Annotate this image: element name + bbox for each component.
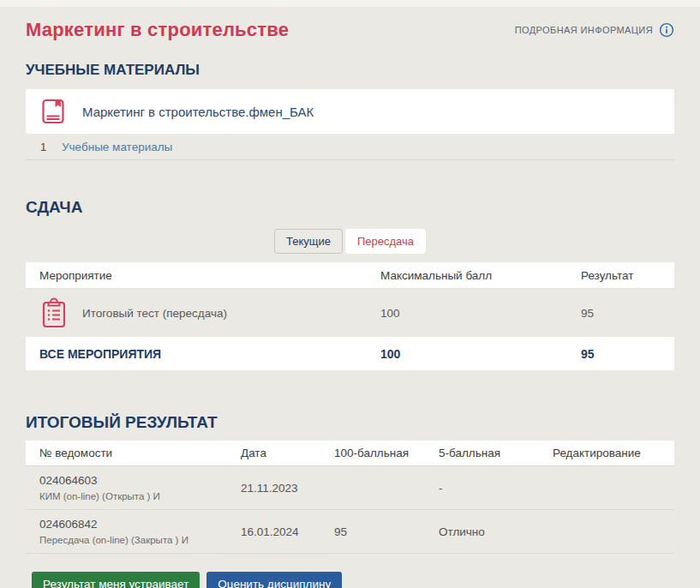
sheet-date: 21.11.2023	[227, 482, 320, 495]
page-title: Маркетинг в строительстве	[26, 19, 289, 41]
final-table-header: № ведомости Дата 100-балльная 5-балльная…	[26, 441, 674, 465]
sheet-number: 024064603	[39, 474, 227, 487]
col-scale-5: 5-балльная	[425, 447, 539, 459]
event-max-score: 100	[367, 307, 567, 320]
rate-discipline-button[interactable]: Оценить дисциплину	[206, 572, 342, 588]
top-strip	[0, 0, 700, 7]
material-title[interactable]: Маркетинг в строительстве.фмен_БАК	[82, 105, 314, 119]
detailed-info-link[interactable]: ПОДРОБНАЯ ИНФОРМАЦИЯ	[515, 22, 674, 38]
info-icon[interactable]	[659, 22, 674, 38]
detailed-info-label: ПОДРОБНАЯ ИНФОРМАЦИЯ	[515, 25, 653, 35]
sheet-number: 024606842	[39, 518, 227, 531]
submission-tabs: Текущие Пересдача	[26, 229, 674, 254]
sheet-type: Пересдача (on-line) (Закрыта ) И	[39, 535, 227, 545]
total-result: 95	[567, 347, 674, 361]
final-row: 024064603 КИМ (on-line) (Открыта ) И 21.…	[26, 465, 674, 509]
col-result: Результат	[567, 269, 674, 282]
book-icon	[39, 98, 67, 125]
col-sheet-number: № ведомости	[26, 447, 227, 459]
tab-retake[interactable]: Пересдача	[345, 229, 426, 254]
material-list-row: 1 Учебные материалы	[26, 134, 674, 160]
clipboard-test-icon	[39, 297, 69, 329]
event-result: 95	[567, 307, 674, 320]
total-max-score: 100	[367, 347, 567, 361]
submission-table-header: Мероприятие Максимальный балл Результат	[26, 262, 674, 289]
page-header: Маркетинг в строительстве ПОДРОБНАЯ ИНФО…	[26, 15, 674, 45]
sheet-score-100: 95	[320, 525, 425, 538]
submission-heading: СДАЧА	[26, 198, 674, 217]
col-event: Мероприятие	[26, 269, 367, 282]
sheet-date: 16.01.2024	[227, 525, 320, 538]
final-row: 024606842 Пересдача (on-line) (Закрыта )…	[26, 509, 674, 553]
col-editing: Редактирование	[539, 447, 674, 459]
col-max-score: Максимальный балл	[367, 269, 567, 282]
accept-result-button[interactable]: Результат меня устраивает	[32, 572, 200, 588]
material-row-number: 1	[26, 141, 62, 153]
final-result-heading: ИТОГОВЫЙ РЕЗУЛЬТАТ	[26, 413, 674, 432]
page-container: Маркетинг в строительстве ПОДРОБНАЯ ИНФО…	[0, 15, 700, 588]
submission-total-row: ВСЕ МЕРОПРИЯТИЯ 100 95	[26, 337, 674, 370]
action-buttons: Результат меня устраивает Оценить дисцип…	[26, 572, 674, 588]
sheet-score-5: -	[425, 482, 539, 495]
sheet-score-5: Отлично	[425, 525, 539, 538]
submission-table: Мероприятие Максимальный балл Результат …	[26, 262, 674, 370]
tab-current[interactable]: Текущие	[274, 229, 343, 254]
final-result-table: № ведомости Дата 100-балльная 5-балльная…	[26, 441, 674, 554]
submission-row: Итоговый тест (пересдача) 100 95	[26, 289, 674, 337]
materials-heading: УЧЕБНЫЕ МАТЕРИАЛЫ	[26, 62, 674, 79]
col-scale-100: 100-балльная	[320, 447, 425, 459]
total-label: ВСЕ МЕРОПРИЯТИЯ	[26, 347, 367, 361]
sheet-type: КИМ (on-line) (Открыта ) И	[39, 491, 227, 501]
material-row-link[interactable]: Учебные материалы	[62, 141, 172, 153]
final-table-bottom-divider	[26, 553, 674, 554]
col-date: Дата	[227, 447, 320, 459]
material-card[interactable]: Маркетинг в строительстве.фмен_БАК	[26, 89, 674, 134]
event-name[interactable]: Итоговый тест (пересдача)	[82, 307, 227, 320]
